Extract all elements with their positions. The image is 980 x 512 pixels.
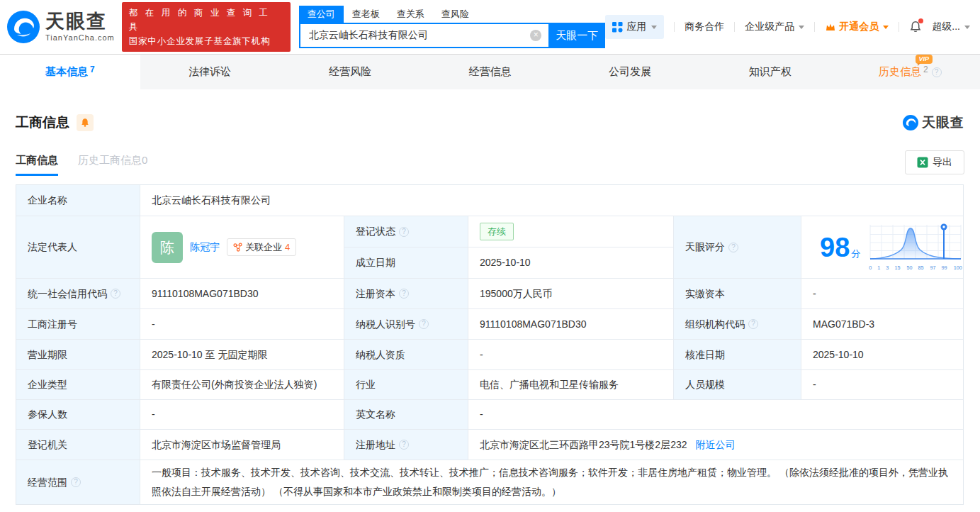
- company-detail-tabs: 基本信息 7 法律诉讼 经营风险 经营信息 公司发展 知识产权 历史信息 VIP…: [0, 54, 980, 89]
- top-header: 天眼查 TianYanCha.com 都 在 用 的 商 业 查 询 工 具 国…: [0, 0, 980, 54]
- tab-operating-info[interactable]: 经营信息: [420, 55, 561, 89]
- biz-term-value: 2025-10-10 至 无固定期限: [140, 340, 344, 370]
- divider: [674, 22, 675, 32]
- chevron-down-icon: [964, 26, 970, 29]
- promo-line2: 国家中小企业发展子基金旗下机构: [129, 34, 283, 48]
- field-label: 登记机关: [16, 430, 140, 460]
- tab-basic-info[interactable]: 基本信息 7: [0, 55, 140, 89]
- legal-rep-link[interactable]: 陈冠宇: [190, 240, 220, 255]
- search-area: 查公司 查老板 查关系 查风险 天眼一下: [299, 6, 606, 48]
- help-icon[interactable]: [932, 67, 942, 77]
- clear-search-icon[interactable]: [530, 30, 541, 41]
- tab-company-development-label: 公司发展: [609, 65, 651, 79]
- crown-icon: [825, 22, 836, 32]
- tab-history-info[interactable]: 历史信息 VIP 2: [840, 55, 980, 89]
- tab-intellectual-property[interactable]: 知识产权: [700, 55, 840, 89]
- search-tab-relation[interactable]: 查关系: [388, 6, 433, 23]
- tab-intellectual-property-label: 知识产权: [749, 65, 792, 79]
- nav-membership-label: 开通会员: [839, 21, 879, 33]
- subscribe-bell-button[interactable]: [77, 114, 94, 131]
- watermark-text: 天眼查: [922, 113, 964, 132]
- help-icon[interactable]: [399, 289, 409, 299]
- tab-history-info-label: 历史信息: [879, 65, 921, 77]
- reg-status-cell: 存续: [468, 216, 674, 247]
- field-label: 英文名称: [344, 400, 468, 430]
- field-label: 行业: [344, 370, 468, 400]
- export-button[interactable]: 导出: [905, 150, 964, 174]
- tab-legal[interactable]: 法律诉讼: [140, 55, 281, 89]
- search-button[interactable]: 天眼一下: [548, 23, 605, 48]
- section-title: 工商信息: [16, 113, 69, 132]
- help-icon[interactable]: [419, 319, 429, 329]
- score-unit: 分: [851, 247, 860, 261]
- tab-operating-risk-label: 经营风险: [329, 65, 371, 79]
- field-label: 营业期限: [16, 340, 140, 370]
- field-label: 核准日期: [674, 340, 801, 370]
- tab-basic-info-label: 基本信息: [45, 65, 88, 79]
- notification-dot: [918, 18, 923, 23]
- field-label: 纳税人识别号: [344, 309, 468, 340]
- search-tab-risk[interactable]: 查风险: [433, 6, 478, 23]
- business-info-table: 企业名称 北京云岫长石科技有限公司 法定代表人 陈 陈冠宇 关联企业 4 登记状…: [16, 184, 964, 505]
- field-label: 登记状态: [344, 216, 468, 247]
- insured-count-value: -: [140, 400, 344, 430]
- field-label: 统一社会信用代码: [16, 279, 140, 309]
- search-input[interactable]: [299, 23, 549, 48]
- promo-badge: 都 在 用 的 商 业 查 询 工 具 国家中小企业发展子基金旗下机构: [122, 2, 291, 52]
- avatar[interactable]: 陈: [152, 232, 183, 263]
- promo-line1: 都 在 用 的 商 业 查 询 工 具: [129, 6, 283, 34]
- help-icon[interactable]: [748, 319, 758, 329]
- score-value: 98: [820, 234, 850, 261]
- nearby-companies-link[interactable]: 附近公司: [696, 438, 736, 452]
- tab-operating-risk[interactable]: 经营风险: [280, 55, 420, 89]
- tab-company-development[interactable]: 公司发展: [560, 55, 700, 89]
- chevron-down-icon: [799, 26, 804, 29]
- reg-address-value: 北京市海淀区北三环西路甲23号院1号楼2层232: [480, 438, 687, 452]
- score-cell[interactable]: 98 分: [801, 216, 963, 279]
- field-label: 法定代表人: [16, 216, 140, 279]
- field-label: 企业类型: [16, 370, 140, 400]
- search-tab-boss[interactable]: 查老板: [344, 6, 388, 23]
- watermark-logo: 天眼查: [903, 113, 964, 132]
- nav-cooperation[interactable]: 商务合作: [685, 21, 724, 33]
- nav-user[interactable]: 超级...: [932, 21, 970, 33]
- help-icon[interactable]: [71, 477, 81, 487]
- reg-address-cell: 北京市海淀区北三环西路甲23号院1号楼2层232 附近公司: [468, 430, 963, 460]
- help-icon[interactable]: [728, 243, 738, 252]
- approval-date-value: 2025-10-10: [801, 340, 963, 370]
- subtab-business-info[interactable]: 工商信息: [16, 154, 58, 176]
- nav-apps[interactable]: 应用: [605, 15, 664, 39]
- field-label: 纳税人资质: [344, 340, 468, 370]
- subtab-history-business-info[interactable]: 历史工商信息0: [78, 154, 147, 176]
- field-label-text: 统一社会信用代码: [28, 286, 107, 301]
- reg-number-value: -: [140, 309, 344, 340]
- field-label-text: 注册地址: [356, 438, 395, 452]
- related-companies-count: 4: [285, 240, 290, 255]
- nav-membership[interactable]: 开通会员: [825, 21, 889, 33]
- field-label-text: 登记状态: [356, 224, 395, 239]
- field-label-text: 组织机构代码: [685, 317, 745, 332]
- nav-enterprise-label: 企业级产品: [745, 21, 794, 33]
- nav-enterprise[interactable]: 企业级产品: [745, 21, 804, 33]
- divider: [734, 22, 735, 32]
- tianyancha-logo[interactable]: 天眼查 TianYanCha.com: [7, 11, 115, 43]
- reg-capital-value: 195000万人民币: [468, 279, 674, 309]
- reg-authority-value: 北京市海淀区市场监督管理局: [140, 430, 344, 460]
- help-icon[interactable]: [399, 227, 409, 237]
- search-tab-company[interactable]: 查公司: [299, 6, 344, 23]
- export-label: 导出: [933, 156, 952, 169]
- status-badge: 存续: [480, 223, 514, 241]
- chevron-down-icon: [651, 26, 657, 29]
- notification-bell[interactable]: [909, 21, 922, 33]
- business-scope-value: 一般项目：技术服务、技术开发、技术咨询、技术交流、技术转让、技术推广；信息技术咨…: [140, 460, 963, 504]
- field-label: 人员规模: [674, 370, 801, 400]
- field-label: 注册地址: [344, 430, 468, 460]
- nav-user-label: 超级...: [932, 21, 960, 33]
- related-companies-label: 关联企业: [245, 240, 282, 255]
- help-icon[interactable]: [399, 440, 409, 450]
- related-companies-badge[interactable]: 关联企业 4: [227, 238, 296, 257]
- english-name-value: -: [468, 400, 963, 430]
- help-icon[interactable]: [111, 289, 120, 299]
- score-distribution-chart: 0131550859799100: [869, 222, 962, 272]
- field-label: 天眼评分: [674, 216, 801, 279]
